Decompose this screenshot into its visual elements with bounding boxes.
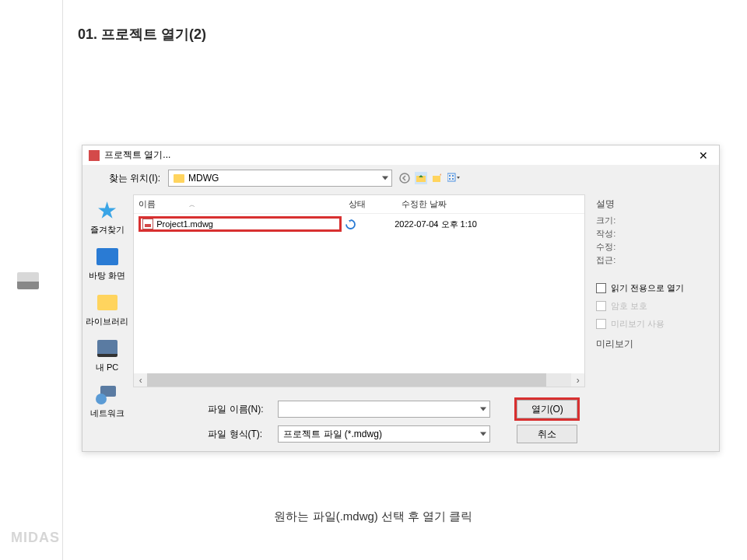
svg-point-0 [400,173,409,183]
lookin-value: MDWG [188,173,219,184]
svg-rect-3 [447,173,455,181]
scroll-thumb[interactable] [147,373,545,387]
size-label: 크기: [596,214,708,227]
this-pc-icon [94,337,121,360]
filename-input[interactable] [278,401,490,418]
checkbox-icon [596,301,606,311]
lookin-toolbar: 찾는 위치(I): MDWG [82,165,719,191]
checkbox-label: 암호 보호 [611,300,647,312]
svg-rect-5 [452,175,454,177]
preview-heading: 미리보기 [596,338,708,351]
desktop-icon [94,245,121,268]
view-mode-icon[interactable] [447,172,460,184]
svg-rect-4 [449,175,451,177]
close-icon[interactable]: ✕ [694,149,713,162]
place-label: 라이브러리 [86,316,128,327]
cancel-button[interactable]: 취소 [517,425,577,443]
libraries-icon [94,291,121,314]
open-project-dialog: 프로젝트 열기... ✕ 찾는 위치(I): MDWG [82,145,720,452]
file-list: 이름 ︿ 상태 수정한 날짜 Project1.mdwg [133,194,585,387]
place-network[interactable]: 네트워크 [90,380,124,422]
place-label: 바탕 화면 [89,270,125,282]
place-favorites[interactable]: 즐겨찾기 [90,196,124,239]
mdwg-file-icon [142,219,153,229]
place-this-pc[interactable]: 내 PC [94,334,121,376]
place-label: 즐겨찾기 [90,224,124,236]
favorites-icon [94,199,121,222]
page-title: 01. 프로젝트 열기(2) [78,25,206,44]
column-name[interactable]: 이름 ︿ [139,198,349,210]
dialog-titlebar: 프로젝트 열기... ✕ [82,145,719,165]
sort-asc-icon: ︿ [189,201,195,208]
chevron-down-icon [480,408,486,411]
details-panel: 설명 크기: 작성: 수정: 접근: 읽기 전용으로 열기 암호 보호 미리보기… [585,191,719,451]
modified-label: 수정: [596,240,708,254]
open-button[interactable]: 열기(O) [517,400,577,418]
created-label: 작성: [596,227,708,240]
places-bar: 즐겨찾기 바탕 화면 라이브러리 내 PC 네트워크 [82,191,132,451]
checkbox-icon [596,283,606,293]
page-divider [62,0,63,560]
password-checkbox-row: 암호 보호 [596,300,708,312]
filename-label: 파일 이름(N): [208,403,278,416]
readonly-checkbox-row[interactable]: 읽기 전용으로 열기 [596,282,708,294]
file-date: 2022-07-04 오후 1:10 [395,219,477,230]
place-label: 네트워크 [90,408,124,419]
checkbox-label: 읽기 전용으로 열기 [611,282,684,294]
svg-rect-7 [452,178,454,180]
file-row[interactable]: Project1.mdwg 2022-07-04 오후 1:10 [134,214,584,234]
filetype-value: 프로젝트 파일 (*.mdwg) [283,428,382,441]
lookin-combo[interactable]: MDWG [168,170,392,187]
chevron-down-icon [382,177,388,180]
back-icon[interactable] [398,172,411,184]
preview-checkbox-row: 미리보기 사용 [596,318,708,330]
place-label: 내 PC [96,362,118,373]
file-name: Project1.mdwg [156,219,213,229]
app-icon [89,150,100,161]
filetype-label: 파일 형식(T): [208,428,278,441]
description-heading: 설명 [596,198,708,211]
up-folder-icon[interactable] [415,172,427,184]
sidebar-thumbnail [17,272,39,289]
chevron-down-icon [480,432,486,436]
filetype-combo[interactable]: 프로젝트 파일 (*.mdwg) [278,425,490,443]
col-label: 이름 [139,199,156,208]
horizontal-scrollbar[interactable]: ‹ › [134,373,584,387]
new-folder-icon[interactable] [431,172,444,184]
place-desktop[interactable]: 바탕 화면 [89,242,125,285]
accessed-label: 접근: [596,254,708,267]
network-icon [94,383,121,406]
column-state[interactable]: 상태 [349,198,402,210]
brand-logo: MIDAS [11,530,60,546]
sync-status-icon [345,219,356,229]
scroll-track[interactable] [147,373,571,387]
svg-rect-6 [449,178,451,180]
svg-rect-2 [433,176,440,182]
checkbox-label: 미리보기 사용 [611,318,665,330]
file-list-header: 이름 ︿ 상태 수정한 날짜 [134,195,584,214]
dialog-title: 프로젝트 열기... [104,149,170,162]
scroll-right-icon[interactable]: › [571,373,584,387]
scroll-left-icon[interactable]: ‹ [134,373,147,387]
place-libraries[interactable]: 라이브러리 [86,288,128,331]
checkbox-icon [596,319,606,329]
folder-icon [174,174,184,183]
column-date[interactable]: 수정한 날짜 [402,198,580,210]
instruction-text: 원하는 파일(.mdwg) 선택 후 열기 클릭 [274,509,472,524]
lookin-label: 찾는 위치(I): [90,172,160,185]
